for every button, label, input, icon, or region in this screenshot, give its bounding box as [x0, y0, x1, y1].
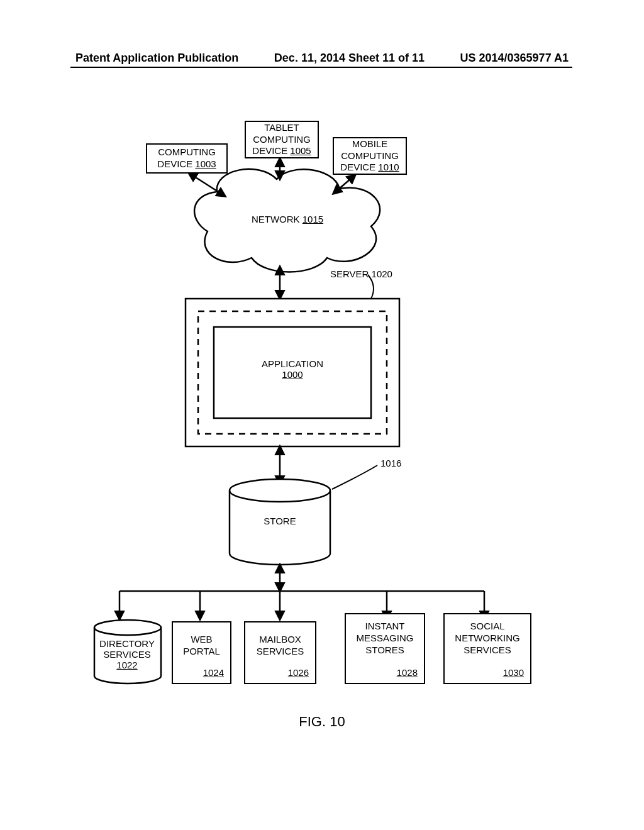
store-ref: 1016 — [380, 458, 418, 468]
social-networking-box: SOCIAL NETWORKING SERVICES 1030 — [443, 613, 531, 684]
tablet-device-box: TABLET COMPUTING DEVICE 1005 — [245, 121, 319, 158]
tablet-device-label: TABLET COMPUTING DEVICE 1005 — [246, 122, 318, 157]
network-label: NETWORK 1015 — [247, 214, 328, 224]
computing-device-label: COMPUTING DEVICE 1003 — [147, 147, 226, 170]
directory-services-label: DIRECTORY SERVICES1022 — [96, 638, 158, 670]
application-label: APPLICATION1000 — [248, 358, 336, 380]
social-networking-label: SOCIAL NETWORKING SERVICES — [447, 621, 528, 656]
computing-device-box: COMPUTING DEVICE 1003 — [146, 143, 228, 174]
im-stores-label: INSTANT MESSAGING STORES — [348, 621, 421, 656]
svg-point-8 — [230, 479, 330, 502]
mobile-device-label: MOBILE COMPUTING DEVICE 1010 — [334, 138, 406, 174]
web-portal-box: WEB PORTAL 1024 — [172, 621, 231, 684]
store-label: STORE — [255, 516, 305, 526]
svg-point-16 — [94, 620, 161, 635]
mailbox-services-label: MAILBOX SERVICES — [248, 634, 313, 658]
social-networking-ref: 1030 — [503, 667, 524, 679]
im-stores-box: INSTANT MESSAGING STORES 1028 — [345, 613, 425, 684]
diagram-connectors — [0, 0, 644, 830]
server-label: SERVER 1020 — [330, 268, 425, 279]
mobile-device-box: MOBILE COMPUTING DEVICE 1010 — [333, 137, 407, 175]
figure-caption: FIG. 10 — [0, 714, 644, 730]
web-portal-label: WEB PORTAL — [175, 634, 228, 658]
mailbox-services-box: MAILBOX SERVICES 1026 — [244, 621, 316, 684]
im-stores-ref: 1028 — [397, 667, 418, 679]
mailbox-services-ref: 1026 — [288, 667, 309, 679]
web-portal-ref: 1024 — [203, 667, 224, 679]
